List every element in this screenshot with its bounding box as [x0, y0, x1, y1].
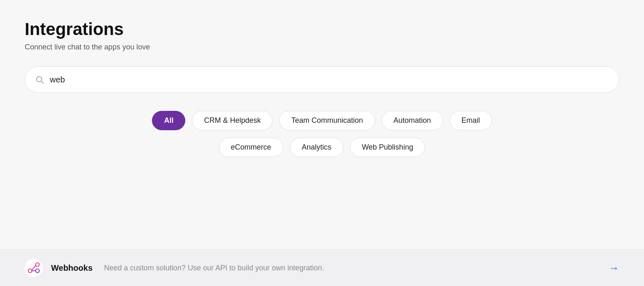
filter-row-2: eCommerceAnalyticsWeb Publishing	[219, 138, 425, 157]
search-icon	[35, 75, 44, 84]
filter-chip[interactable]: Automation	[382, 111, 443, 130]
search-input[interactable]	[50, 75, 609, 84]
footer-arrow[interactable]: →	[609, 262, 619, 274]
filter-chip[interactable]: Team Communication	[279, 111, 375, 130]
filter-chip[interactable]: CRM & Helpdesk	[192, 111, 273, 130]
filter-chip[interactable]: eCommerce	[219, 138, 283, 157]
page-subtitle: Connect live chat to the apps you love	[25, 43, 619, 52]
filter-section: AllCRM & HelpdeskTeam CommunicationAutom…	[25, 111, 619, 157]
footer-bar: Webhooks Need a custom solution? Use our…	[0, 249, 644, 286]
filter-chip[interactable]: Analytics	[290, 138, 343, 157]
main-content: Integrations Connect live chat to the ap…	[0, 0, 644, 249]
webhooks-icon	[25, 259, 43, 277]
footer-title: Webhooks	[51, 263, 93, 273]
filter-chip[interactable]: Web Publishing	[350, 138, 425, 157]
filter-row-1: AllCRM & HelpdeskTeam CommunicationAutom…	[152, 111, 492, 130]
footer-left: Webhooks Need a custom solution? Use our…	[25, 259, 324, 277]
filter-chip[interactable]: Email	[450, 111, 492, 130]
search-container	[25, 66, 619, 93]
footer-description: Need a custom solution? Use our API to b…	[104, 264, 324, 272]
page-title: Integrations	[25, 20, 619, 39]
filter-chip[interactable]: All	[152, 111, 185, 130]
svg-line-1	[41, 81, 43, 83]
